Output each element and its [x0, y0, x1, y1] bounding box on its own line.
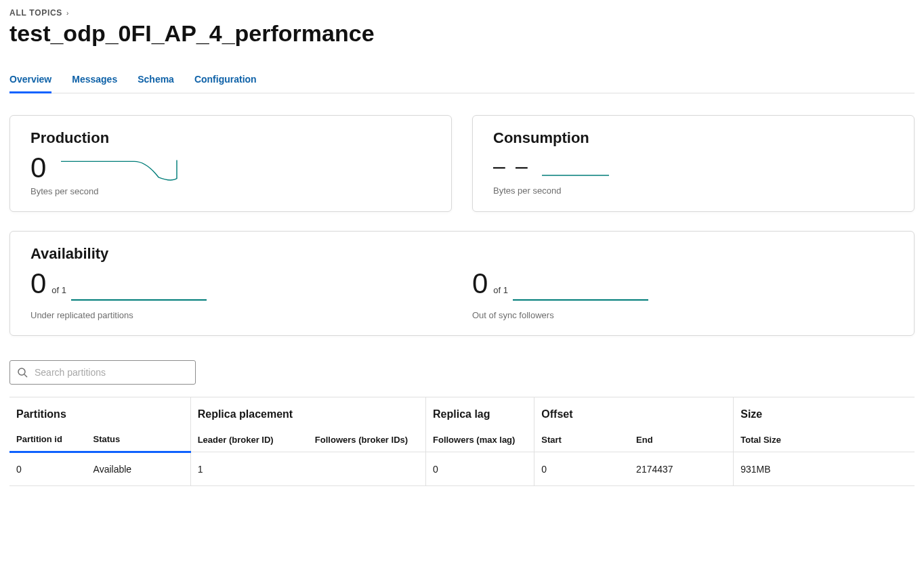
production-card: Production 0 Bytes per second — [9, 115, 452, 212]
out-of-sync-block: 0 of 1 Out of sync followers — [472, 269, 894, 320]
out-of-sync-of: of 1 — [493, 285, 508, 295]
search-icon — [17, 367, 28, 378]
tab-bar: Overview Messages Schema Configuration — [9, 67, 915, 93]
tab-schema[interactable]: Schema — [138, 67, 174, 93]
under-replicated-of: of 1 — [51, 285, 66, 295]
consumption-card: Consumption – – Bytes per second — [472, 115, 915, 212]
tab-messages[interactable]: Messages — [72, 67, 117, 93]
consumption-sparkline — [538, 157, 619, 181]
page-title: test_odp_0FI_AP_4_performance — [9, 20, 915, 47]
under-replicated-caption: Under replicated partitions — [30, 310, 452, 320]
cell-total-size: 931MB — [734, 452, 915, 486]
production-caption: Bytes per second — [30, 186, 431, 196]
breadcrumb-all-topics[interactable]: ALL TOPICS — [9, 8, 62, 18]
col-group-replica-lag: Replica lag — [426, 397, 534, 428]
tab-overview[interactable]: Overview — [9, 67, 51, 93]
col-group-replica-placement: Replica placement — [190, 397, 425, 428]
under-replicated-value: 0 — [30, 269, 46, 298]
col-total-size[interactable]: Total Size — [734, 427, 915, 452]
col-group-partitions: Partitions — [9, 397, 190, 428]
col-start[interactable]: Start — [534, 427, 629, 452]
out-of-sync-caption: Out of sync followers — [472, 310, 894, 320]
partitions-table: Partitions Replica placement Replica lag… — [9, 397, 915, 486]
search-partitions-input[interactable] — [33, 366, 188, 378]
under-replicated-bar — [71, 299, 207, 301]
availability-card: Availability 0 of 1 Under replicated par… — [9, 231, 915, 336]
out-of-sync-value: 0 — [472, 269, 488, 298]
table-row[interactable]: 0 Available 1 0 0 2174437 931MB — [9, 452, 915, 486]
search-partitions-box[interactable] — [9, 360, 196, 385]
cell-status: Available — [87, 452, 191, 486]
chevron-right-icon: › — [66, 9, 69, 17]
breadcrumb: ALL TOPICS › — [9, 8, 915, 18]
cell-leader: 1 — [190, 452, 308, 486]
col-end[interactable]: End — [629, 427, 734, 452]
cell-partition-id: 0 — [9, 452, 87, 486]
tab-configuration[interactable]: Configuration — [194, 67, 257, 93]
col-partition-id[interactable]: Partition id — [9, 427, 87, 452]
production-sparkline — [54, 158, 190, 182]
cell-end: 2174437 — [629, 452, 734, 486]
cell-start: 0 — [534, 452, 629, 486]
col-group-size: Size — [734, 397, 915, 428]
col-status[interactable]: Status — [87, 427, 191, 452]
under-replicated-block: 0 of 1 Under replicated partitions — [30, 269, 452, 320]
col-group-offset: Offset — [534, 397, 734, 428]
consumption-caption: Bytes per second — [493, 186, 894, 196]
col-followers-max-lag[interactable]: Followers (max lag) — [426, 427, 534, 452]
cell-followers — [308, 452, 426, 486]
production-title: Production — [30, 129, 431, 147]
col-leader[interactable]: Leader (broker ID) — [190, 427, 308, 452]
availability-title: Availability — [30, 245, 894, 263]
production-value: 0 — [30, 154, 46, 182]
svg-point-1 — [18, 368, 25, 375]
cell-followers-max-lag: 0 — [426, 452, 534, 486]
col-followers[interactable]: Followers (broker IDs) — [308, 427, 426, 452]
svg-line-2 — [24, 374, 27, 377]
consumption-title: Consumption — [493, 129, 894, 147]
consumption-value: – – — [493, 154, 530, 181]
out-of-sync-bar — [513, 299, 648, 301]
